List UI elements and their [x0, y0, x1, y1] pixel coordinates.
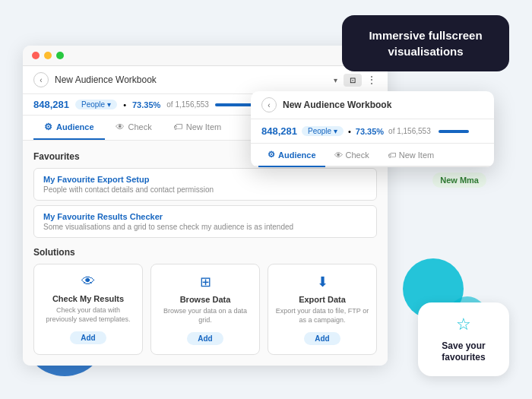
- workbook-toolbar: ‹ ▾ ⊡ ⋮: [23, 66, 388, 94]
- solution-card-browse: ⊞ Browse Data Browse your data on a data…: [150, 264, 260, 355]
- people-badge[interactable]: People ▾: [75, 100, 117, 109]
- overlay-tab-new-item[interactable]: 🏷 New Item: [378, 144, 443, 167]
- overlay-tabs: ⚙ Audience 👁 Check 🏷 New Item: [251, 144, 494, 167]
- export-data-add-button[interactable]: Add: [304, 332, 340, 345]
- browse-data-desc: Browse your data on a data grid.: [157, 307, 253, 325]
- more-options-button[interactable]: ⋮: [366, 74, 377, 86]
- solution-card-export: ⬇ Export Data Export your data to file, …: [268, 264, 377, 355]
- tab-audience[interactable]: ⚙ Audience: [33, 116, 105, 140]
- back-button[interactable]: ‹: [33, 72, 49, 87]
- check-results-desc: Check your data with previously saved te…: [40, 306, 136, 324]
- check-tab-icon: 👁: [116, 122, 125, 132]
- solutions-grid: 👁 Check My Results Check your data with …: [33, 264, 377, 355]
- favourite-item-2[interactable]: My Favourite Results Checker Some visual…: [33, 205, 377, 238]
- overlay-stats: 848,281 People ▾ • 73.35% of 1,156,553: [251, 119, 494, 144]
- count-stat: 848,281: [33, 99, 69, 110]
- toolbar-actions: ⊡ ⋮: [344, 74, 377, 87]
- check-results-title: Check My Results: [40, 294, 136, 303]
- dropdown-arrow-icon[interactable]: ▾: [334, 76, 337, 84]
- overlay-audience-icon: ⚙: [268, 150, 275, 160]
- fav-title-1: My Favourite Export Setup: [43, 175, 367, 184]
- browse-data-title: Browse Data: [157, 295, 253, 304]
- overlay-workbook-title: New Audience Workbook: [283, 100, 483, 110]
- export-data-desc: Export your data to file, FTP or as a ca…: [274, 307, 370, 325]
- tooltip-text: Immersive fullscreen visualisations: [369, 29, 482, 58]
- solutions-section-title: Solutions: [33, 247, 377, 258]
- overlay-people-badge[interactable]: People ▾: [302, 126, 344, 136]
- browse-data-icon: ⊞: [157, 274, 253, 290]
- audience-tab-icon: ⚙: [44, 122, 52, 132]
- tooltip-bubble: Immersive fullscreen visualisations: [342, 15, 509, 71]
- favourite-item-1[interactable]: My Favourite Export Setup People with co…: [33, 168, 377, 201]
- toolbar-save-button[interactable]: ⊡: [344, 74, 362, 87]
- check-results-add-button[interactable]: Add: [70, 331, 106, 344]
- overlay-of-text: of 1,156,553: [388, 127, 431, 135]
- overlay-back-button[interactable]: ‹: [261, 97, 277, 112]
- overlay-window: ‹ New Audience Workbook 848,281 People ▾…: [251, 91, 494, 167]
- overlay-progress: [439, 130, 469, 133]
- dot-yellow[interactable]: [44, 52, 52, 59]
- overlay-percent: 73.35%: [356, 127, 384, 136]
- overlay-count: 848,281: [261, 125, 297, 137]
- browser-titlebar: [23, 46, 388, 66]
- fav-desc-1: People with contact details and contact …: [43, 185, 367, 194]
- overlay-tab-check[interactable]: 👁 Check: [325, 144, 378, 167]
- fav-title-2: My Favourite Results Checker: [43, 212, 367, 221]
- star-icon: ☆: [432, 315, 496, 334]
- tab-check[interactable]: 👁 Check: [105, 116, 163, 140]
- workbook-title-input[interactable]: [55, 74, 328, 85]
- main-content: Favourites My Favourite Export Setup Peo…: [23, 141, 388, 366]
- check-results-icon: 👁: [40, 274, 136, 290]
- overlay-new-item-icon: 🏷: [388, 150, 396, 160]
- dot-red[interactable]: [32, 52, 40, 59]
- export-data-title: Export Data: [274, 295, 370, 304]
- save-badge-label: Save your favourites: [432, 340, 496, 364]
- percent-stat: 73.35%: [132, 100, 160, 109]
- fav-desc-2: Some visualisations and a grid to sense …: [43, 223, 367, 231]
- overlay-tab-audience[interactable]: ⚙ Audience: [258, 144, 325, 167]
- of-text: of 1,156,553: [166, 100, 209, 109]
- tab-new-item[interactable]: 🏷 New Item: [163, 116, 232, 140]
- solution-card-check: 👁 Check My Results Check your data with …: [33, 264, 143, 355]
- browse-data-add-button[interactable]: Add: [187, 332, 223, 345]
- overlay-check-icon: 👁: [334, 150, 343, 160]
- export-data-icon: ⬇: [274, 274, 370, 290]
- new-mma-label: New Mma: [432, 173, 486, 188]
- dot-green[interactable]: [56, 52, 64, 59]
- new-item-tab-icon: 🏷: [173, 122, 182, 132]
- save-badge: ☆ Save your favourites: [418, 302, 509, 376]
- overlay-toolbar: ‹ New Audience Workbook: [251, 91, 494, 119]
